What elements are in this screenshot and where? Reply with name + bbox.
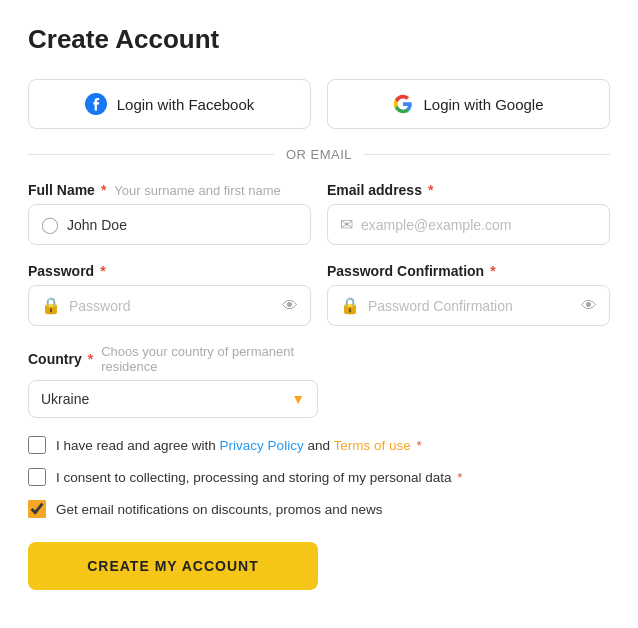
or-divider: OR EMAIL [28,147,610,162]
create-account-button[interactable]: CREATE MY ACCOUNT [28,542,318,590]
name-email-row: Full Name * Your surname and first name … [28,182,610,245]
notifications-checkbox[interactable] [28,500,46,518]
email-required: * [428,182,433,198]
terms-of-use-link[interactable]: Terms of use [333,438,410,453]
facebook-login-label: Login with Facebook [117,96,255,113]
country-select[interactable]: Ukraine United States Germany France Pol… [41,391,291,407]
country-row: Country * Choos your country of permanen… [28,344,610,418]
country-hint: Choos your country of permanent residenc… [101,344,318,374]
password-group: Password * 🔒 👁 [28,263,311,326]
password-eye-icon[interactable]: 👁 [282,297,298,315]
country-label: Country * Choos your country of permanen… [28,344,318,374]
password-input-wrapper: 🔒 👁 [28,285,311,326]
full-name-hint: Your surname and first name [114,183,280,198]
password-input[interactable] [69,298,274,314]
privacy-checkbox[interactable] [28,436,46,454]
email-input-wrapper: ✉ [327,204,610,245]
full-name-required: * [101,182,106,198]
privacy-policy-link[interactable]: Privacy Policy [220,438,304,453]
consent-required: * [457,470,462,485]
country-select-wrapper: Ukraine United States Germany France Pol… [28,380,318,418]
country-group: Country * Choos your country of permanen… [28,344,318,418]
password-confirm-label: Password Confirmation * [327,263,610,279]
full-name-group: Full Name * Your surname and first name … [28,182,311,245]
social-buttons-row: Login with Facebook Login with Google [28,79,610,129]
password-confirm-eye-icon[interactable]: 👁 [581,297,597,315]
lock-icon: 🔒 [41,296,61,315]
password-confirm-input-wrapper: 🔒 👁 [327,285,610,326]
full-name-input[interactable] [67,217,298,233]
lock-confirm-icon: 🔒 [340,296,360,315]
google-login-label: Login with Google [423,96,543,113]
consent-checkbox-row: I consent to collecting, processing and … [28,468,610,486]
consent-label: I consent to collecting, processing and … [56,470,463,485]
google-icon [393,94,413,114]
full-name-label: Full Name * Your surname and first name [28,182,311,198]
full-name-input-wrapper: ◯ [28,204,311,245]
or-divider-text: OR EMAIL [286,147,352,162]
privacy-required: * [416,438,421,453]
consent-checkbox[interactable] [28,468,46,486]
country-dropdown-arrow-icon: ▼ [291,391,305,407]
password-confirm-group: Password Confirmation * 🔒 👁 [327,263,610,326]
google-login-button[interactable]: Login with Google [327,79,610,129]
email-input[interactable] [361,217,597,233]
email-group: Email address * ✉ [327,182,610,245]
password-confirm-input[interactable] [368,298,573,314]
facebook-login-button[interactable]: Login with Facebook [28,79,311,129]
privacy-checkbox-row: I have read and agree with Privacy Polic… [28,436,610,454]
facebook-icon [85,93,107,115]
notifications-label: Get email notifications on discounts, pr… [56,502,382,517]
page-title: Create Account [28,24,610,55]
privacy-label: I have read and agree with Privacy Polic… [56,438,422,453]
email-icon: ✉ [340,215,353,234]
password-required: * [100,263,105,279]
password-confirm-required: * [490,263,495,279]
email-label: Email address * [327,182,610,198]
notifications-checkbox-row: Get email notifications on discounts, pr… [28,500,610,518]
checkboxes-section: I have read and agree with Privacy Polic… [28,436,610,518]
user-icon: ◯ [41,215,59,234]
password-row: Password * 🔒 👁 Password Confirmation * 🔒… [28,263,610,326]
country-required: * [88,351,93,367]
password-label: Password * [28,263,311,279]
